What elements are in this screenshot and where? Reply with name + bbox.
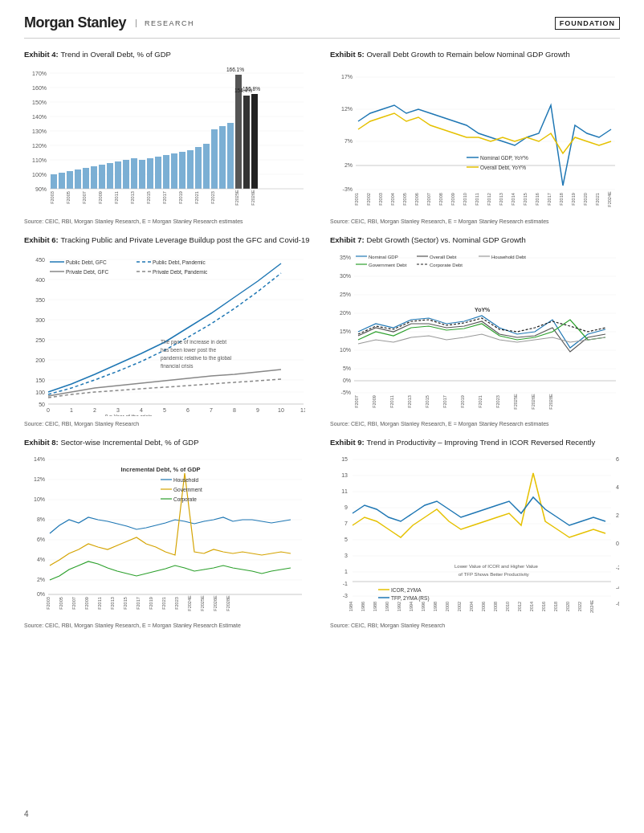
svg-text:F2017: F2017 [442,395,447,408]
svg-text:Household Debt: Household Debt [491,255,526,259]
svg-text:F2009: F2009 [84,597,89,610]
svg-text:5%: 5% [343,365,351,371]
svg-rect-25 [107,163,113,189]
svg-text:F2003: F2003 [46,597,51,610]
svg-text:9: 9 [344,504,348,510]
svg-text:F2007: F2007 [82,192,87,205]
svg-text:4: 4 [140,407,143,413]
page-number: 4 [24,810,29,819]
svg-text:7: 7 [344,521,348,526]
svg-text:Corporate: Corporate [173,496,197,503]
svg-text:Incremental Debt, % of GDP: Incremental Debt, % of GDP [120,466,200,473]
svg-text:F2024E: F2024E [607,191,612,207]
exhibit9-source: Source: CEIC, RBI; Morgan Stanley Resear… [330,623,620,628]
svg-text:F2017: F2017 [136,597,141,610]
svg-text:Lower Value of ICOR and Higher: Lower Value of ICOR and Higher Value [454,564,538,569]
svg-text:F2013: F2013 [407,395,412,408]
svg-text:166.1%: 166.1% [226,67,244,72]
svg-text:F2007: F2007 [71,597,76,610]
svg-text:F2005: F2005 [59,597,63,610]
svg-rect-43 [251,94,258,189]
svg-text:F2020: F2020 [583,194,588,206]
svg-text:200: 200 [35,357,45,363]
exhibit8-block: Exhibit 8: Sector-wise Incremental Debt,… [24,438,314,628]
svg-text:pandemic relative to the globa: pandemic relative to the global [161,355,232,361]
exhibit9-chart: 15 13 11 9 7 5 3 1 -1 -3 6% 4% 2% 0% -2% [330,449,620,621]
svg-text:2022: 2022 [577,602,582,611]
svg-text:F2016: F2016 [535,194,540,206]
exhibit5-block: Exhibit 5: Overall Debt Growth to Remain… [330,50,620,224]
svg-text:F2026E: F2026E [213,595,218,611]
svg-text:F2012: F2012 [487,194,491,206]
svg-text:140%: 140% [32,114,47,120]
svg-rect-27 [123,160,129,189]
svg-text:Overall Debt, YoY%: Overall Debt, YoY% [480,165,526,170]
svg-text:Government Debt: Government Debt [369,263,407,267]
svg-rect-23 [91,166,97,189]
svg-text:13: 13 [341,472,348,478]
svg-text:1986: 1986 [361,602,365,611]
svg-text:F2008: F2008 [438,194,443,206]
svg-text:F2021: F2021 [161,597,166,610]
svg-text:6: 6 [186,407,190,413]
svg-text:150: 150 [35,378,45,383]
svg-text:F2002: F2002 [366,194,371,206]
svg-text:5: 5 [344,537,348,542]
svg-text:11: 11 [300,407,305,413]
svg-text:0%: 0% [37,591,45,597]
charts-grid: Exhibit 4: Trend in Overall Debt, % of G… [24,50,620,628]
header-left: Morgan Stanley RESEARCH [24,14,194,31]
exhibit4-block: Exhibit 4: Trend in Overall Debt, % of G… [24,50,314,224]
svg-text:14%: 14% [34,456,45,462]
svg-text:F2026E: F2026E [251,190,255,206]
svg-text:F2023: F2023 [495,395,500,408]
svg-text:F2021: F2021 [194,192,199,205]
header: Morgan Stanley RESEARCH FOUNDATION [24,14,620,39]
svg-text:F2015: F2015 [123,597,128,610]
exhibit7-block: Exhibit 7: Debt Growth (Sector) vs. Nomi… [330,235,620,426]
svg-text:Private Debt, GFC: Private Debt, GFC [66,269,108,275]
svg-text:-2%: -2% [616,565,619,570]
svg-text:2016: 2016 [541,602,546,611]
svg-text:Public Debt, Pandemic: Public Debt, Pandemic [153,259,206,265]
svg-text:F2005: F2005 [66,192,71,205]
exhibit7-svg: 35% 30% 25% 20% 15% 10% 5% 0% -5% [330,247,619,416]
exhibit6-title: Exhibit 6: Tracking Public and Private L… [24,235,314,245]
exhibit4-title: Exhibit 4: Trend in Overall Debt, % of G… [24,50,314,59]
svg-rect-28 [131,158,137,189]
svg-rect-33 [171,153,177,189]
svg-text:9: 9 [256,407,259,413]
svg-text:2008: 2008 [493,602,498,611]
svg-rect-19 [59,173,65,189]
svg-text:F2003: F2003 [378,194,383,206]
svg-text:has been lower post the: has been lower post the [161,347,216,353]
exhibit7-source: Source: CEIC, RBI, Morgan Stanley Resear… [330,421,620,427]
svg-text:Nominal GDP, YoY%: Nominal GDP, YoY% [480,155,528,161]
svg-text:7: 7 [210,407,213,413]
exhibit5-svg: 17% 12% 7% 2% -3% [330,61,619,214]
svg-text:Corporate Debt: Corporate Debt [430,263,463,267]
svg-text:3: 3 [344,553,348,558]
svg-text:Overall Debt: Overall Debt [430,255,457,259]
svg-text:0%: 0% [343,378,351,383]
svg-text:110%: 110% [32,157,47,163]
svg-text:F2011: F2011 [475,194,479,206]
svg-text:2: 2 [93,407,96,413]
svg-text:F2013: F2013 [110,597,115,610]
svg-text:F2019: F2019 [460,395,465,408]
svg-rect-36 [195,147,202,189]
svg-text:F2025E: F2025E [234,190,239,206]
svg-text:100: 100 [35,390,45,395]
svg-text:Household: Household [173,477,198,483]
svg-text:1998: 1998 [433,602,438,611]
svg-rect-42 [243,96,250,189]
svg-text:50: 50 [39,402,45,407]
svg-text:8: 8 [233,407,236,413]
exhibit8-svg: 14% 12% 10% 8% 6% 4% 2% 0% [24,449,305,618]
svg-text:2%: 2% [344,162,353,168]
foundation-label: FOUNDATION [555,17,620,30]
svg-text:F2011: F2011 [114,192,119,205]
svg-text:Private Debt, Pandemic: Private Debt, Pandemic [153,269,208,275]
exhibit4-source: Source: CEIC, RBI, Morgan Stanley Resear… [24,218,314,224]
svg-text:F2019: F2019 [149,597,153,610]
